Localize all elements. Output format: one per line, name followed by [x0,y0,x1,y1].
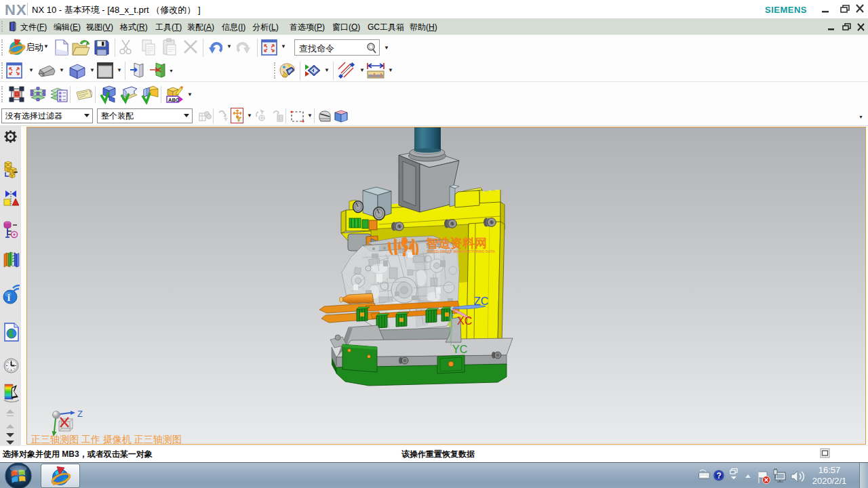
svg-text:Z: Z [77,409,83,419]
svg-text:YC: YC [452,344,467,355]
svg-text:ABC: ABC [168,97,180,103]
svg-text:ZC: ZC [474,296,488,307]
svg-text:?: ? [717,471,722,481]
svg-text:i: i [7,293,10,303]
svg-text:XC: XC [457,315,472,327]
